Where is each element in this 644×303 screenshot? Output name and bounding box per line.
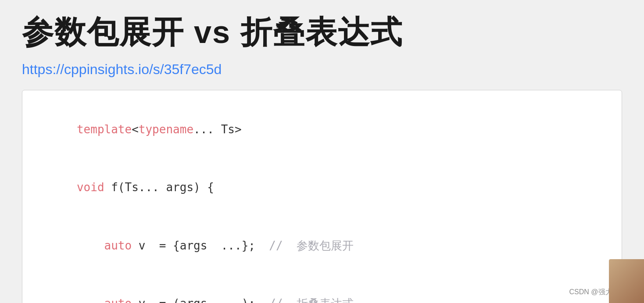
keyword-void-1: void — [77, 181, 104, 194]
code-line-1-4: auto v_ = (args, ...); // 折叠表达式 — [36, 274, 608, 303]
code-block-1: template<typename... Ts> void f(Ts... ar… — [22, 90, 622, 303]
keyword-template: template — [77, 123, 132, 136]
keyword-auto-1: auto — [104, 239, 132, 252]
main-container: 参数包展开 vs 折叠表达式 https://cppinsights.io/s/… — [0, 0, 644, 303]
keyword-typename: typename — [139, 123, 193, 136]
code-line-1-3: auto v = {args ...}; // 参数包展开 — [36, 217, 608, 275]
comment-1: // 参数包展开 — [269, 239, 354, 252]
code-line-1-1: template<typename... Ts> — [36, 100, 608, 158]
reference-link[interactable]: https://cppinsights.io/s/35f7ec5d — [22, 61, 622, 78]
avatar-area — [609, 259, 644, 303]
code-line-1-2: void f(Ts... args) { — [36, 158, 608, 217]
keyword-auto-2: auto — [104, 297, 132, 303]
comment-2: // 折叠表达式 — [269, 297, 354, 303]
page-title: 参数包展开 vs 折叠表达式 — [22, 13, 622, 51]
